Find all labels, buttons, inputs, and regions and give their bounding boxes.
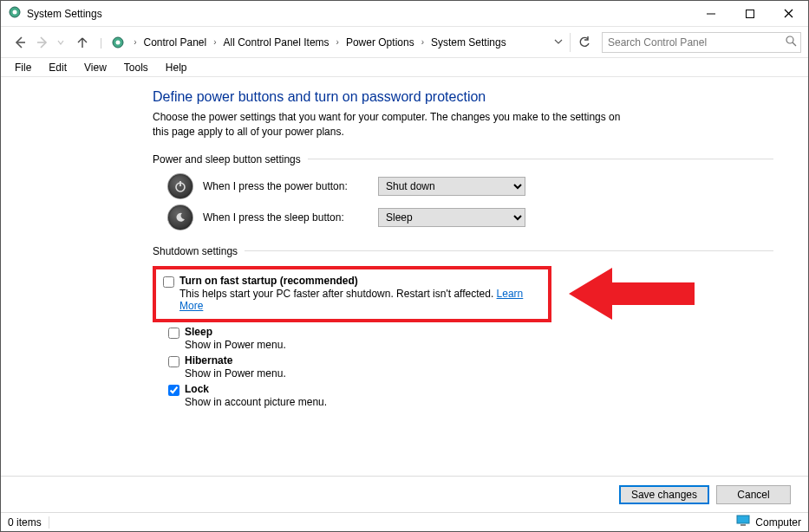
search-input[interactable]: Search Control Panel <box>602 32 801 53</box>
menu-tools[interactable]: Tools <box>115 60 157 75</box>
chevron-right-icon: › <box>420 37 426 47</box>
titlebar: System Settings <box>1 1 808 27</box>
window-controls <box>691 1 808 26</box>
chevron-right-icon: › <box>212 37 218 47</box>
power-button-select[interactable]: Shut down <box>378 177 525 196</box>
cancel-button[interactable]: Cancel <box>716 485 791 504</box>
section-label-text: Power and sleep button settings <box>153 153 301 165</box>
lock-title: Lock <box>185 383 327 395</box>
app-icon <box>8 5 22 22</box>
hibernate-checkbox[interactable] <box>168 356 179 367</box>
breadcrumb-item[interactable]: All Control Panel Items <box>220 35 333 50</box>
arrow-annotation <box>569 263 699 324</box>
svg-point-9 <box>116 40 121 44</box>
svg-point-10 <box>786 36 793 43</box>
bottom-button-bar: Save changes Cancel <box>1 476 808 512</box>
address-dropdown[interactable] <box>549 36 568 49</box>
sleep-desc: Show in Power menu. <box>185 339 286 351</box>
save-changes-button[interactable]: Save changes <box>619 485 709 504</box>
up-button[interactable] <box>72 32 93 53</box>
sleep-button-label: When I press the sleep button: <box>203 211 368 224</box>
fast-startup-checkbox[interactable] <box>163 276 174 288</box>
svg-marker-14 <box>569 268 695 320</box>
status-items: 0 items <box>8 516 42 529</box>
svg-rect-15 <box>737 516 749 523</box>
breadcrumb-item[interactable]: Control Panel <box>140 35 210 50</box>
hibernate-option-row: Hibernate Show in Power menu. <box>168 354 773 380</box>
page-title: Define power buttons and turn on passwor… <box>153 89 773 105</box>
svg-line-11 <box>793 42 796 46</box>
statusbar: 0 items Computer <box>1 512 808 531</box>
close-button[interactable] <box>769 1 808 26</box>
maximize-button[interactable] <box>730 1 769 26</box>
svg-rect-3 <box>746 10 754 17</box>
forward-button[interactable] <box>32 32 53 53</box>
section-label-text: Shutdown settings <box>153 245 238 257</box>
search-placeholder: Search Control Panel <box>608 36 707 49</box>
page-description: Choose the power settings that you want … <box>153 110 638 139</box>
chevron-right-icon: › <box>335 37 341 47</box>
section-power-sleep: Power and sleep button settings <box>153 153 773 165</box>
section-shutdown: Shutdown settings <box>153 245 773 257</box>
sleep-option-row: Sleep Show in Power menu. <box>168 326 773 351</box>
lock-desc: Show in account picture menu. <box>185 396 327 408</box>
breadcrumb-item[interactable]: System Settings <box>427 35 510 50</box>
status-location: Computer <box>755 516 801 529</box>
highlight-annotation: Turn on fast startup (recommended) This … <box>153 266 551 322</box>
lock-option-row: Lock Show in account picture menu. <box>168 383 773 408</box>
svg-point-1 <box>13 10 17 15</box>
menubar: File Edit View Tools Help <box>1 58 808 77</box>
menu-help[interactable]: Help <box>157 60 196 75</box>
sleep-checkbox[interactable] <box>168 328 179 339</box>
refresh-button[interactable] <box>572 36 597 49</box>
navbar: | › Control Panel › All Control Panel It… <box>1 27 808 58</box>
sleep-title: Sleep <box>185 326 286 338</box>
menu-file[interactable]: File <box>6 60 40 75</box>
lock-checkbox[interactable] <box>168 385 179 396</box>
window-title: System Settings <box>27 8 102 20</box>
power-button-label: When I press the power button: <box>203 180 368 192</box>
power-button-row: When I press the power button: Shut down <box>168 174 773 198</box>
sleep-button-row: When I press the sleep button: Sleep <box>168 205 773 230</box>
address-icon <box>109 34 127 51</box>
fast-startup-desc: This helps start your PC faster after sh… <box>179 288 541 312</box>
fast-startup-row: Turn on fast startup (recommended) This … <box>163 275 541 312</box>
shutdown-options: Sleep Show in Power menu. Hibernate Show… <box>168 326 773 408</box>
chevron-right-icon: › <box>132 37 138 47</box>
recent-dropdown[interactable] <box>55 32 67 53</box>
sleep-button-select[interactable]: Sleep <box>378 208 525 227</box>
menu-view[interactable]: View <box>75 60 115 75</box>
sleep-icon <box>168 205 192 230</box>
minimize-button[interactable] <box>691 1 730 26</box>
computer-icon <box>736 515 750 529</box>
power-icon <box>168 174 192 198</box>
breadcrumb-item[interactable]: Power Options <box>343 35 418 50</box>
svg-rect-16 <box>740 524 746 526</box>
search-icon <box>786 36 797 49</box>
back-button[interactable] <box>10 32 30 53</box>
fast-startup-title: Turn on fast startup (recommended) <box>179 275 541 287</box>
menu-edit[interactable]: Edit <box>40 60 75 75</box>
content-area: Define power buttons and turn on passwor… <box>1 77 808 476</box>
hibernate-desc: Show in Power menu. <box>185 367 286 380</box>
hibernate-title: Hibernate <box>185 354 286 367</box>
